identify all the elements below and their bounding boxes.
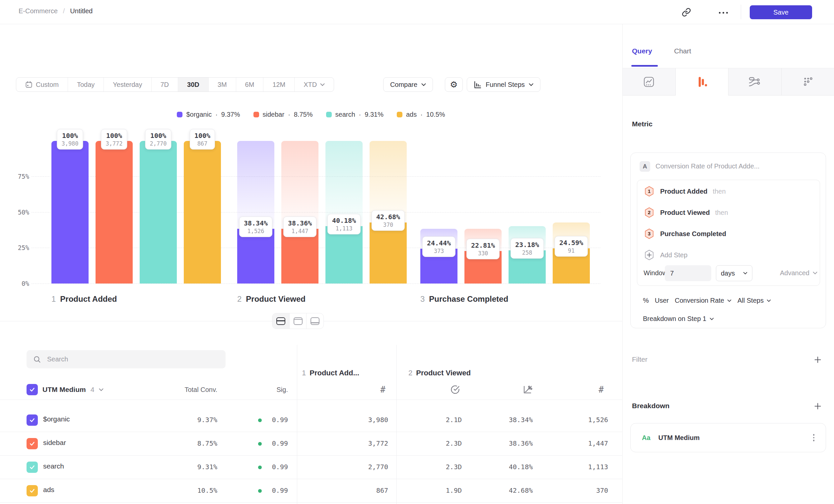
select-all-checkbox[interactable] bbox=[26, 384, 38, 395]
step-number-badge: 2 bbox=[643, 207, 655, 218]
legend-item-sidebar[interactable]: sidebar · 8.75% bbox=[254, 111, 313, 118]
date-range-6m[interactable]: 6M bbox=[236, 77, 263, 92]
date-range-12m[interactable]: 12M bbox=[263, 77, 294, 92]
avg-time: 2.3D bbox=[415, 439, 462, 447]
breakdown-item[interactable]: Aa UTM Medium bbox=[630, 423, 826, 452]
funnel-bar-step2-search[interactable] bbox=[325, 226, 363, 283]
top-panel-icon bbox=[293, 317, 303, 325]
funnel-bar-step1-sidebar[interactable] bbox=[95, 141, 133, 283]
tab-chart[interactable]: Chart bbox=[674, 47, 691, 55]
step-label-2: 2Product Viewed bbox=[237, 294, 306, 304]
row-checkbox[interactable] bbox=[26, 485, 38, 496]
date-range-3m[interactable]: 3M bbox=[208, 77, 236, 92]
insights-tab[interactable] bbox=[623, 68, 676, 95]
add-filter-button[interactable] bbox=[813, 356, 822, 364]
layout-chart-only-button[interactable] bbox=[289, 313, 307, 328]
table-row[interactable]: sidebar 8.75% 0.99 3,772 2.3D 38.36% 1,4… bbox=[0, 432, 622, 456]
table-step2-header: 2Product Viewed bbox=[409, 369, 471, 377]
flows-tab[interactable] bbox=[728, 68, 781, 95]
date-range-30d[interactable]: 30D bbox=[178, 77, 208, 92]
layout-split-button[interactable] bbox=[272, 313, 289, 328]
more-menu-button[interactable] bbox=[717, 8, 730, 17]
date-range-today[interactable]: Today bbox=[68, 77, 104, 92]
breakdown-count: 4 bbox=[91, 386, 94, 394]
date-range-control: Custom Today Yesterday 7D 30D 3M 6M 12M … bbox=[16, 77, 334, 92]
table-row[interactable]: ads 10.5% 0.99 867 1.9D 42.68% 370 bbox=[0, 479, 622, 503]
legend-swatch bbox=[177, 112, 182, 117]
retention-tab[interactable] bbox=[781, 68, 834, 95]
row-label: $organic bbox=[43, 415, 70, 423]
chevron-down-icon[interactable] bbox=[99, 388, 104, 391]
total-conv-value: 8.75% bbox=[151, 439, 217, 447]
avg-time: 2.1D bbox=[415, 416, 462, 424]
breakdown-column-label[interactable]: UTM Medium bbox=[42, 386, 86, 394]
date-range-custom[interactable]: Custom bbox=[16, 77, 68, 92]
sig-column-header[interactable]: Sig. bbox=[255, 386, 288, 394]
active-tab-underline bbox=[631, 65, 658, 67]
legend-item-ads[interactable]: ads · 10.5% bbox=[397, 111, 445, 118]
legend-item-organic[interactable]: $organic · 9.37% bbox=[177, 111, 240, 118]
legend-swatch bbox=[254, 112, 259, 117]
conversion-rate-icon bbox=[523, 385, 532, 395]
string-type-icon: Aa bbox=[642, 434, 651, 442]
report-title[interactable]: Untitled bbox=[70, 7, 92, 15]
funnel-step-1[interactable]: 1 Product Added then bbox=[643, 186, 726, 197]
sig-value: 0.99 bbox=[255, 416, 288, 424]
tab-query[interactable]: Query bbox=[632, 47, 652, 55]
bar-value-label: 42.68%370 bbox=[372, 210, 405, 231]
chevron-down-icon bbox=[421, 83, 426, 86]
row-checkbox[interactable] bbox=[26, 414, 38, 426]
funnel-step-2[interactable]: 2 Product Viewed then bbox=[643, 207, 728, 218]
table-row[interactable]: $organic 9.37% 0.99 3,980 2.1D 38.34% 1,… bbox=[0, 409, 622, 432]
advanced-toggle[interactable]: Advanced bbox=[763, 269, 817, 277]
chevron-down-icon bbox=[743, 272, 747, 275]
bar-value-label: 100%2,770 bbox=[145, 129, 171, 150]
date-range-yesterday[interactable]: Yesterday bbox=[104, 77, 151, 92]
copy-link-button[interactable] bbox=[681, 7, 692, 17]
table-group-header: UTM Medium 4 bbox=[26, 384, 104, 395]
measure-row: % User Conversion Rate All Steps bbox=[643, 297, 771, 304]
funnels-tab[interactable] bbox=[676, 68, 728, 95]
table-header-separator bbox=[0, 399, 622, 400]
funnel-bar-step1-organic[interactable] bbox=[51, 141, 89, 283]
step1-count: 3,772 bbox=[332, 439, 388, 447]
compare-button[interactable]: Compare bbox=[383, 77, 433, 92]
breadcrumb-project[interactable]: E-Commerce bbox=[19, 7, 58, 15]
funnel-bar-step1-ads[interactable] bbox=[184, 141, 221, 283]
window-unit-select[interactable]: days bbox=[716, 265, 752, 281]
measure-steps-select[interactable]: All Steps bbox=[738, 297, 771, 304]
metric-name[interactable]: Conversion Rate of Product Adde... bbox=[656, 162, 760, 170]
legend-item-search[interactable]: search · 9.31% bbox=[326, 111, 383, 118]
chart-legend: $organic · 9.37% sidebar · 8.75% search … bbox=[0, 111, 622, 118]
chart-settings-button[interactable]: ⚙ bbox=[445, 77, 463, 92]
step-number-badge: 3 bbox=[643, 228, 655, 239]
search-input[interactable] bbox=[47, 356, 206, 363]
insights-icon bbox=[643, 76, 655, 88]
kebab-menu-icon[interactable] bbox=[813, 434, 815, 441]
save-button[interactable]: Save bbox=[750, 5, 812, 19]
topbar-divider bbox=[741, 5, 741, 19]
date-range-xtd[interactable]: XTD bbox=[294, 77, 334, 92]
funnel-step-3[interactable]: 3 Purchase Completed bbox=[643, 228, 731, 239]
chevron-down-icon bbox=[709, 318, 714, 320]
measure-user[interactable]: User bbox=[655, 297, 669, 304]
funnel-bar-step2-ads[interactable] bbox=[370, 223, 407, 283]
row-checkbox[interactable] bbox=[26, 462, 38, 473]
row-label: ads bbox=[43, 486, 54, 494]
date-range-7d[interactable]: 7D bbox=[151, 77, 178, 92]
window-value-input[interactable] bbox=[665, 265, 711, 281]
add-breakdown-button[interactable] bbox=[813, 402, 822, 411]
add-step-button[interactable]: Add Step bbox=[643, 249, 687, 260]
breakdown-section-title: Breakdown bbox=[632, 402, 670, 410]
measure-metric-select[interactable]: Conversion Rate bbox=[675, 297, 731, 304]
chart-type-button[interactable]: Funnel Steps bbox=[467, 77, 541, 92]
bar-value-label: 23.18%258 bbox=[510, 238, 544, 259]
breakdown-on-step-select[interactable]: Breakdown on Step 1 bbox=[643, 315, 714, 323]
funnels-icon bbox=[696, 76, 708, 88]
funnel-bar-step1-search[interactable] bbox=[140, 141, 177, 283]
layout-table-only-button[interactable] bbox=[306, 313, 324, 328]
bar-value-label: 40.18%1,113 bbox=[327, 214, 360, 234]
total-conv-column-header[interactable]: Total Conv. bbox=[151, 386, 217, 394]
row-checkbox[interactable] bbox=[26, 438, 38, 449]
table-row[interactable]: search 9.31% 0.99 2,770 2.3D 40.18% 1,11… bbox=[0, 456, 622, 479]
